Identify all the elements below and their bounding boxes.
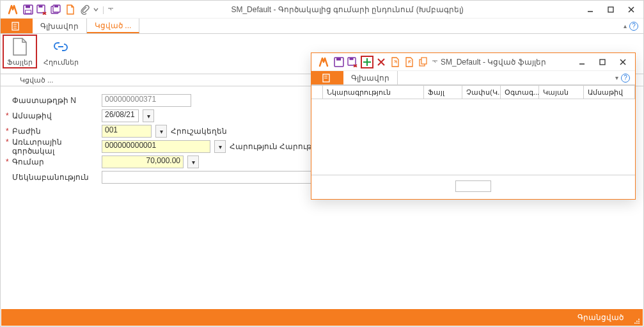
ribbon-controls: ▴ ? — [618, 19, 643, 33]
main-window-title: SM_Default - Գործակալից գումարի ընդունու… — [114, 5, 581, 14]
agent-dropdown-button[interactable]: ▾ — [214, 140, 226, 153]
label-docno: Փաստաթղթի N — [12, 96, 102, 105]
files-window-title: SM_Default - Կցված ֆայլեր — [438, 58, 572, 67]
files-ribbon-controls: ▾ ? — [610, 71, 635, 84]
date-picker-button[interactable]: ▾ — [143, 109, 154, 122]
new-doc-icon[interactable] — [65, 4, 76, 15]
label-comment: Մեկնաբանություն — [12, 173, 102, 182]
files-grid-body[interactable] — [311, 99, 635, 175]
save-icon[interactable] — [22, 4, 34, 15]
ribbon-links[interactable]: Հղումներ — [45, 36, 76, 67]
svg-point-17 — [638, 321, 640, 322]
files-tabstrip: Գլխավոր ▾ ? — [311, 71, 635, 85]
copy-doc-icon[interactable] — [418, 56, 429, 68]
svg-rect-23 — [350, 58, 354, 60]
ribbon-links-label: Հղումներ — [43, 58, 79, 67]
expand-ribbon-icon[interactable]: ▾ — [615, 74, 618, 81]
svg-point-19 — [638, 319, 640, 320]
files-footer-input[interactable] — [455, 180, 491, 192]
delete-icon[interactable] — [375, 56, 387, 68]
save-close-icon[interactable] — [36, 4, 48, 15]
svg-rect-9 — [608, 7, 613, 12]
input-amount[interactable]: 70,000.00 — [102, 156, 184, 168]
files-toolbar — [333, 56, 438, 68]
collapse-ribbon-icon[interactable]: ▴ — [624, 22, 627, 29]
files-window: SM_Default - Կցված ֆայլեր Գլխավոր ▾ ? Նկ… — [311, 52, 636, 200]
files-footer — [311, 175, 635, 196]
input-date[interactable]: 26/08/21 — [102, 109, 139, 122]
svg-rect-29 — [600, 60, 605, 65]
save-all-icon[interactable] — [51, 4, 62, 15]
text-section-name: Հրուշակեղեն — [171, 127, 227, 136]
main-toolbar: | — [22, 4, 114, 15]
maximize-button[interactable] — [593, 55, 612, 69]
attach-icon[interactable] — [79, 4, 90, 15]
svg-rect-21 — [336, 58, 341, 60]
import-doc-icon[interactable] — [404, 56, 415, 68]
minimize-button[interactable] — [572, 55, 592, 69]
col-description[interactable]: Նկարագրություն — [323, 86, 424, 99]
help-icon[interactable]: ? — [621, 74, 630, 83]
col-station[interactable]: Կայան — [539, 86, 584, 99]
tab-attached[interactable]: Կցված ... — [87, 19, 139, 33]
save-close-icon[interactable] — [347, 56, 359, 68]
files-tab-main[interactable]: Գլխավոր — [343, 71, 398, 84]
main-window-controls — [581, 3, 641, 17]
app-logo-icon — [318, 56, 329, 68]
files-column-headers: Նկարագրություն Ֆայլ Չափս(Կ... Օգտագ... Կ… — [311, 85, 635, 99]
label-agent: Առևտրային գործակալ — [12, 138, 102, 156]
close-button[interactable] — [613, 55, 632, 69]
toolbar-dropdown-icon[interactable] — [93, 4, 99, 15]
label-section: Բաժին — [12, 127, 102, 136]
input-section-code[interactable]: 001 — [102, 125, 152, 138]
input-docno[interactable]: 000000000371 — [102, 94, 191, 107]
svg-point-18 — [636, 321, 638, 322]
label-date: Ամսաթիվ — [12, 111, 102, 120]
help-icon[interactable]: ? — [629, 22, 638, 31]
toolbar-overflow-icon[interactable] — [432, 56, 438, 68]
input-agent-code[interactable]: 000000000001 — [102, 140, 210, 153]
files-titlebar: SM_Default - Կցված ֆայլեր — [311, 53, 635, 71]
save-icon[interactable] — [333, 56, 345, 68]
svg-rect-27 — [421, 58, 427, 64]
main-tabstrip: Գլխավոր Կցված ... ▴ ? — [1, 19, 643, 34]
svg-point-14 — [638, 323, 640, 324]
minimize-button[interactable] — [581, 3, 600, 17]
svg-rect-1 — [26, 5, 30, 8]
app-logo-icon — [7, 4, 19, 15]
files-window-controls — [572, 55, 632, 69]
svg-rect-4 — [39, 5, 43, 7]
svg-point-16 — [634, 323, 636, 324]
status-text: Գրանցված — [577, 313, 624, 322]
main-titlebar: | SM_Default - Գործակալից գումարի ընդուն… — [1, 1, 643, 19]
col-file[interactable]: Ֆայլ — [424, 86, 462, 99]
col-size[interactable]: Չափս(Կ... — [462, 86, 501, 99]
links-icon — [51, 36, 71, 57]
add-button[interactable] — [361, 56, 373, 68]
svg-rect-7 — [54, 5, 58, 7]
maximize-button[interactable] — [601, 3, 620, 17]
label-amount: Գումար — [12, 157, 102, 166]
col-rowselector[interactable] — [311, 86, 323, 99]
amount-dropdown-button[interactable]: ▾ — [187, 156, 199, 168]
svg-rect-2 — [26, 10, 31, 13]
toolbar-overflow-icon[interactable] — [107, 4, 114, 15]
ribbon-group-label: Կցված ... — [20, 76, 53, 84]
ribbon-files[interactable]: Ֆայլեր — [4, 36, 35, 67]
file-tab[interactable] — [311, 71, 343, 84]
svg-point-15 — [636, 323, 638, 324]
ribbon-files-label: Ֆայլեր — [7, 58, 33, 67]
col-user[interactable]: Օգտագ... — [501, 86, 539, 99]
tab-main[interactable]: Գլխավոր — [33, 19, 87, 33]
toolbar-divider: | — [102, 5, 104, 14]
col-date[interactable]: Ամսաթիվ — [584, 86, 635, 99]
resize-grip-icon[interactable] — [632, 317, 640, 324]
status-bar: Գրանցված — [1, 309, 643, 326]
section-dropdown-button[interactable]: ▾ — [155, 125, 167, 138]
files-icon — [10, 36, 30, 57]
close-button[interactable] — [622, 3, 641, 17]
export-doc-icon[interactable] — [389, 56, 401, 68]
file-tab[interactable] — [1, 19, 33, 33]
